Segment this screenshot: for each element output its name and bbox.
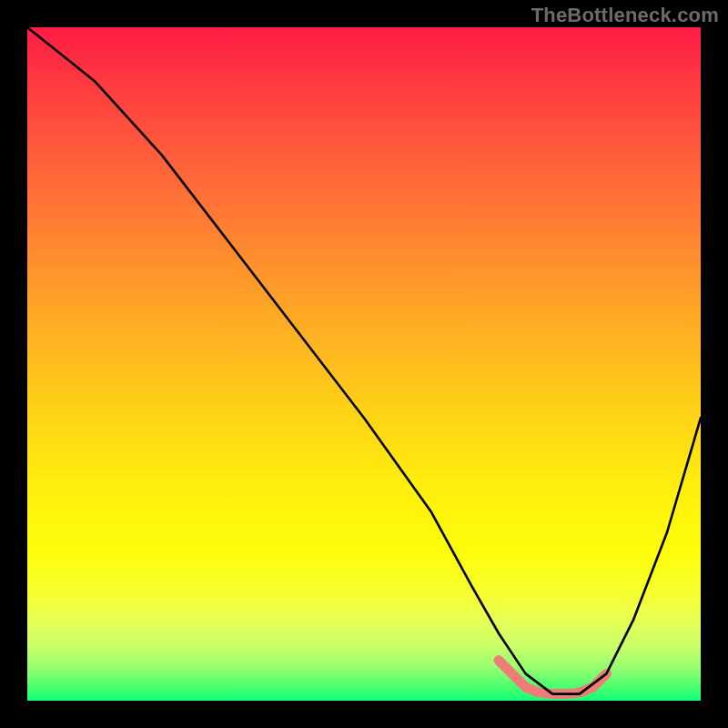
trough-highlight bbox=[499, 661, 606, 694]
plot-area bbox=[27, 27, 701, 701]
chart-frame: TheBottleneck.com bbox=[0, 0, 728, 728]
watermark-text: TheBottleneck.com bbox=[531, 4, 719, 27]
bottleneck-curve bbox=[27, 27, 701, 694]
curve-layer bbox=[27, 27, 701, 701]
